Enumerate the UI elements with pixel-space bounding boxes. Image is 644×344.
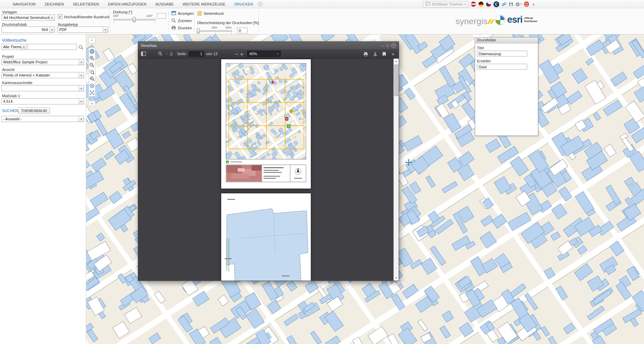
tab-themenbaum[interactable]: THEMENBAUM (18, 107, 50, 114)
dialog-title: Vorschau (141, 43, 157, 48)
volltextsuche-link[interactable]: Volltextsuche (2, 38, 27, 43)
bookmark-icon[interactable] (382, 52, 386, 57)
logout-power-icon[interactable] (524, 1, 529, 7)
ueberschneidung-slider-track[interactable] (197, 30, 232, 32)
pdf-scrollbar[interactable]: ▲ ▼ (393, 59, 399, 281)
poi-hotel-icon: H (287, 124, 290, 128)
ueberschneidung-value-input[interactable] (237, 28, 247, 33)
ausgabetyp-label: Ausgabetyp (58, 22, 78, 27)
north-arrow-icon (294, 168, 302, 179)
search-icon[interactable] (78, 44, 84, 50)
titel-label: Titel (477, 46, 538, 50)
menu-item-selektieren[interactable]: SELEKTIEREN (68, 2, 103, 6)
zoom-previous-tool-icon[interactable] (89, 76, 95, 82)
grid-cell-number: 1 (237, 89, 239, 93)
druckmassstab-combo[interactable]: 564▾ (2, 27, 55, 33)
restore-icon[interactable]: □ (386, 43, 389, 48)
pdf-search-icon[interactable] (158, 51, 163, 56)
full-extent-tool-icon[interactable] (89, 90, 95, 95)
pdf-toolbar-right: » (363, 49, 395, 59)
ansicht-dropdown[interactable]: Points of Interest + Kataster▾ (1, 72, 84, 78)
massstab-dropdown[interactable]: 4.514▾ (1, 98, 84, 104)
print-page-1-canvas: 123456789101112 T H H (221, 59, 311, 189)
ueberschneidung-slider-thumb[interactable] (197, 28, 200, 33)
next-page-icon[interactable]: ↓ (169, 51, 174, 57)
synergis-logo: synergis (456, 17, 493, 26)
zoom-out-icon[interactable]: − (234, 51, 239, 57)
druckfelder-panel: Druckfelder Titel Ersteller (475, 37, 538, 136)
center-map-tool-icon[interactable] (89, 83, 95, 89)
vorlagen-label: Vorlagen (2, 10, 17, 14)
page-number-input[interactable] (189, 51, 204, 57)
close-dialog-icon[interactable]: × (391, 43, 396, 48)
speech-bubble-icon (426, 2, 430, 6)
link-icon[interactable] (501, 2, 507, 7)
menu-item-daten-hinzufuegen[interactable]: DATEN HINZUFÜGEN (103, 2, 151, 6)
kartenausschnitte-dropdown[interactable]: ▾ (1, 85, 84, 91)
previous-page-icon[interactable]: ↑ (165, 51, 169, 56)
massstab-label: Maßstab 1: (2, 94, 21, 98)
ribbon-separator (110, 10, 110, 32)
titel-input[interactable] (477, 51, 527, 57)
chevron-down-icon: ▾ (79, 85, 84, 91)
zoom-in-icon[interactable]: + (239, 51, 244, 57)
toolbar-scroll-up-button[interactable]: ∧ (89, 101, 95, 106)
drehung-value-input[interactable] (157, 13, 166, 19)
overview-aerial-thumbnail (226, 165, 262, 182)
seriendruck-button[interactable]: Seriendruck (197, 11, 224, 16)
visible-themes-button[interactable]: Sichtbare Themen ▾ (423, 1, 469, 8)
zoom-level-select[interactable]: 40%▾ (247, 51, 281, 57)
drehung-min-label: 180° (113, 14, 119, 18)
menu-item-ausgabe[interactable]: AUSGABE (151, 2, 178, 6)
globe-tool-icon[interactable] (89, 49, 95, 54)
drucken-button[interactable]: Drucken (171, 26, 192, 30)
zoomen-button[interactable]: Zoomen (171, 18, 192, 23)
scroll-up-icon[interactable]: ▲ (394, 59, 399, 64)
map-marker-move-icon[interactable] (405, 159, 412, 166)
collapse-panel-button[interactable]: ‹ (88, 37, 95, 43)
ausgabetyp-dropdown[interactable]: PDF▾ (58, 27, 108, 33)
scrollbar-thumb[interactable] (394, 64, 398, 96)
ersteller-input[interactable] (477, 64, 527, 70)
flag-germany-icon[interactable] (478, 1, 484, 7)
drehung-label: Drehung [°] (113, 10, 132, 14)
vorlagen-dropdown[interactable]: A4 Hochformat Seriendruck▾ (2, 14, 55, 21)
chevron-down-icon: ▾ (49, 15, 54, 20)
poi-taxi-icon: T (289, 110, 293, 113)
flag-czech-icon[interactable] (486, 1, 491, 7)
zoom-out-tool-icon[interactable] (89, 62, 95, 68)
slider-tick (155, 21, 155, 23)
drehung-max-label: -180° (146, 14, 153, 18)
close-drucken-tab-icon[interactable]: × (258, 2, 263, 6)
poi-noentry-icon (285, 117, 288, 121)
scroll-down-icon[interactable]: ▼ (394, 275, 399, 281)
pdf-preview-area[interactable]: 123456789101112 T H H (138, 59, 393, 281)
menu-item-drucken-active[interactable]: DRUCKEN (230, 2, 257, 6)
ansicht-label: Ansicht (2, 68, 14, 72)
download-icon[interactable] (373, 52, 378, 57)
minimize-icon[interactable]: – (381, 43, 384, 48)
flag-austria-icon[interactable] (471, 1, 476, 7)
menu-item-zeichnen[interactable]: ZEICHNEN (40, 2, 68, 6)
projekt-dropdown[interactable]: WebOffice Sample Project▾ (1, 59, 84, 65)
collapse-ribbon-icon[interactable]: ∧ (531, 2, 536, 6)
auswahl-dropdown[interactable]: - Auswahl -▾ (1, 116, 84, 122)
menu-item-weitere-werkzeuge[interactable]: WEITERE WERKZEUGE (178, 2, 230, 6)
settings-gear-icon[interactable]: ⚙▾ (515, 2, 522, 7)
zoom-window-tool-icon[interactable] (89, 69, 95, 75)
grid-cell-number: 10 (255, 135, 258, 139)
save-icon[interactable] (509, 2, 513, 7)
sidebar-toggle-icon[interactable] (141, 51, 146, 56)
menu-item-navigation[interactable]: NAVIGATION (8, 2, 40, 6)
more-tools-icon[interactable]: » (391, 52, 395, 57)
svg-text:H: H (288, 125, 289, 128)
anzeigen-button[interactable]: Anzeigen (171, 11, 194, 16)
chevron-down-icon: ▾ (79, 72, 84, 78)
fulltext-search-input[interactable] (28, 44, 77, 50)
themes-filter-dropdown[interactable]: Alle Themen▾ (1, 44, 27, 50)
dialog-title-bar[interactable]: Vorschau – □ × (138, 42, 399, 49)
c-logo-icon[interactable]: C (493, 1, 499, 7)
hochaufloesend-checkbox[interactable]: ✓ Hochauflösender Ausdruck (58, 14, 109, 19)
zoom-in-tool-icon[interactable] (89, 55, 95, 61)
print-icon[interactable] (363, 52, 368, 57)
